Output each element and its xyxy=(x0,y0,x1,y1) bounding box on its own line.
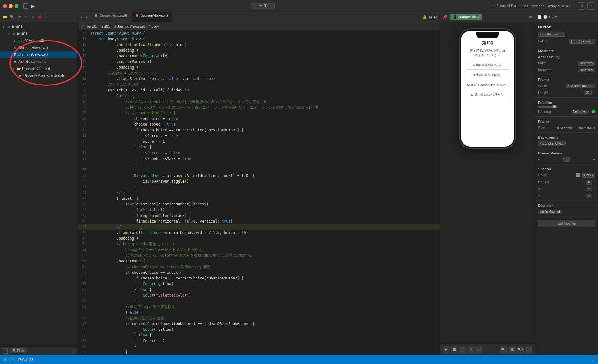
debug-icon[interactable]: 🐞 xyxy=(37,15,42,20)
minimize-button[interactable] xyxy=(9,4,13,8)
sidebar-item-project[interactable]: ▼ ⊞ test01 xyxy=(0,23,77,30)
inspector-shadow-color-key: Color xyxy=(538,173,546,177)
preview-info-button[interactable]: ⓘ xyxy=(475,346,482,353)
inspector-shadow-radius-val[interactable]: 0 xyxy=(586,180,592,185)
insp-history-icon[interactable]: 🕐 xyxy=(543,15,548,19)
code-editor[interactable]: 13 struct JoumonView: View { 14 var body… xyxy=(78,30,440,355)
warning-icon[interactable]: ⚠ xyxy=(23,15,28,20)
sidebar-item-group[interactable]: ▼ ⊞ test01 xyxy=(0,30,77,37)
inspector-shadow-x-val[interactable]: 2 xyxy=(586,187,592,191)
nav-back-button[interactable]: ‹ xyxy=(80,15,84,20)
filter-input[interactable]: 🔍Filter xyxy=(9,348,27,353)
nav-forward-button[interactable]: › xyxy=(85,15,88,20)
preview-device-badge[interactable]: 📱 Joumon View xyxy=(450,14,482,20)
navigator-toggle[interactable]: ⊟ xyxy=(23,3,28,9)
zoom-100-button[interactable]: 1:1 xyxy=(525,346,532,353)
inspector-shadow-y-val[interactable]: 2 xyxy=(586,194,592,198)
quiz-choice-a[interactable]: A: 網目模様の陶器から xyxy=(464,61,511,70)
inspector-bg-value[interactable]: { // chosenCho... xyxy=(538,141,566,146)
code-line: 41 // } xyxy=(78,190,440,196)
run-button[interactable]: ▶ xyxy=(31,3,35,9)
padding-plus[interactable]: + xyxy=(588,110,589,114)
insp-list-icon[interactable]: ≡ xyxy=(555,15,557,19)
inspector-cr-value[interactable]: 5 xyxy=(563,157,570,162)
folder-icon[interactable]: 📁 xyxy=(3,15,8,20)
shadow-color-swatch[interactable] xyxy=(576,173,580,177)
zoom-out-button[interactable]: 🔍- xyxy=(500,346,507,353)
breadcrumb-file[interactable]: JoumonView.swift xyxy=(117,24,145,28)
add-modifier-button[interactable]: Add Modifier xyxy=(538,220,595,227)
y-plus[interactable]: + xyxy=(593,194,595,198)
zoom-in-button[interactable]: 🔍+ xyxy=(517,346,524,353)
y-minus[interactable]: − xyxy=(583,194,585,198)
inspector-shadow-x-key: X xyxy=(538,187,540,191)
x-plus[interactable]: + xyxy=(593,187,595,191)
breadcrumb-group[interactable]: test01 xyxy=(100,24,110,28)
cr-plus[interactable]: + xyxy=(593,158,595,161)
inspector-frame-width-val[interactable]: UIScreen.main.... xyxy=(566,84,595,88)
inspector-shadow-header: Shadow xyxy=(535,166,598,172)
zoom-fit-button[interactable]: ⊡ xyxy=(509,346,516,353)
insp-file-icon[interactable]: 📄 xyxy=(538,15,542,19)
sort-icon[interactable]: ↕ xyxy=(73,349,75,353)
breadcrumb-symbol[interactable]: body xyxy=(151,24,159,28)
inspector-disabled-value[interactable]: choiceTapped xyxy=(538,210,562,214)
device-selector[interactable]: 📱 iPhone 14 Pro xyxy=(491,4,516,8)
sidebar-item-joumonview[interactable]: S JoumonView.swift xyxy=(0,51,77,58)
sidebar-item-app[interactable]: S test01App.swift xyxy=(0,37,77,44)
padding-slider[interactable] xyxy=(538,106,557,108)
tab-contentview[interactable]: ContentView.swift xyxy=(91,12,131,22)
inspector-button-value[interactable]: { //withAnimati... xyxy=(538,32,565,37)
inspector-toggle[interactable]: ▪ xyxy=(587,2,595,10)
radius-minus[interactable]: − xyxy=(583,180,585,184)
status-layout-icon[interactable]: ⊞ xyxy=(591,358,594,362)
grid-icon[interactable]: ⊞ xyxy=(429,15,432,19)
inspector-label-value[interactable]: { Text(questio... xyxy=(569,39,595,44)
search-icon[interactable]: 🔍 xyxy=(9,15,15,20)
inspector-padding-key: Padding xyxy=(538,110,551,114)
inspector-padding-dropdown[interactable]: Default ▾ xyxy=(571,110,587,114)
add-file-button[interactable]: + xyxy=(3,348,8,354)
padding-minus[interactable]: − xyxy=(569,110,570,114)
close-button[interactable] xyxy=(3,4,7,8)
vcs-icon[interactable]: ⎇ xyxy=(16,15,22,20)
insp-help-icon[interactable]: ? xyxy=(551,15,553,19)
maximize-button[interactable] xyxy=(15,4,18,8)
x-minus[interactable]: − xyxy=(583,187,585,191)
preview-device-button[interactable]: 📱 xyxy=(459,346,466,353)
test-icon[interactable]: ◇ xyxy=(30,15,35,20)
preview-settings-icon[interactable]: ⚙ xyxy=(529,15,532,19)
breadcrumb-project[interactable]: test01 xyxy=(87,24,97,28)
device-preview: 第1問 縄文時代の名称は何に由来するでしょう？ A: 網目模様の陶器から B: … xyxy=(459,28,516,149)
height-plus[interactable]: + xyxy=(593,91,595,95)
inspector-acc-label-val[interactable]: Inherited xyxy=(578,61,595,66)
insp-info-icon[interactable]: ℹ xyxy=(549,15,550,19)
status-left: Line: 47 Col: 28 xyxy=(4,358,33,361)
lock-icon[interactable]: 🔒 xyxy=(422,15,427,19)
quiz-choice-c[interactable]: C: 縄の模様が描かれた土器から xyxy=(464,81,511,89)
inspector-frame-height-val[interactable]: 20 xyxy=(584,91,592,95)
preview-inspect-button[interactable]: ↗ xyxy=(467,346,474,353)
split-icon[interactable]: ⊠ xyxy=(434,15,437,19)
inspector-cr-header: Corner Radius xyxy=(535,150,598,156)
pin-icon[interactable]: 📌 xyxy=(443,15,448,19)
sidebar-item-contentview[interactable]: S ContentView.swift xyxy=(0,44,77,51)
sidebar-item-assets[interactable]: A Assets.xcassets xyxy=(0,58,77,65)
code-line: 27 // withAnimation(nil) { xyxy=(78,110,440,116)
tab-joumonview[interactable]: JoumonView.swift xyxy=(132,12,172,22)
radius-plus[interactable]: + xyxy=(593,180,595,184)
editor-layout-button[interactable]: ⊞ xyxy=(578,2,585,10)
preview-grid-button[interactable]: ⊞ xyxy=(451,346,458,353)
shadow-color-dropdown[interactable]: Gray ▾ xyxy=(582,173,595,178)
quiz-choice-d[interactable]: D: 縄で編まれた衣服から xyxy=(464,91,511,99)
inspector-acc-id-val[interactable]: Inherited xyxy=(578,68,595,72)
breakpoint-icon[interactable]: ⬡ xyxy=(44,15,49,20)
cr-minus[interactable]: − xyxy=(538,158,540,161)
sidebar-item-preview-assets[interactable]: A Preview Assets.xcassets xyxy=(0,72,77,79)
sidebar-item-preview-content[interactable]: ▼ 📂 Preview Content xyxy=(0,65,77,72)
height-minus[interactable]: − xyxy=(581,91,582,95)
code-line: 35 isShowCrossMark = true xyxy=(78,156,440,161)
quiz-choice-b[interactable]: B: 土器の製作技術から xyxy=(464,71,511,79)
inspector-accessibility-header: Accessibility xyxy=(535,53,598,60)
preview-play-button[interactable]: ▶ xyxy=(443,346,450,353)
